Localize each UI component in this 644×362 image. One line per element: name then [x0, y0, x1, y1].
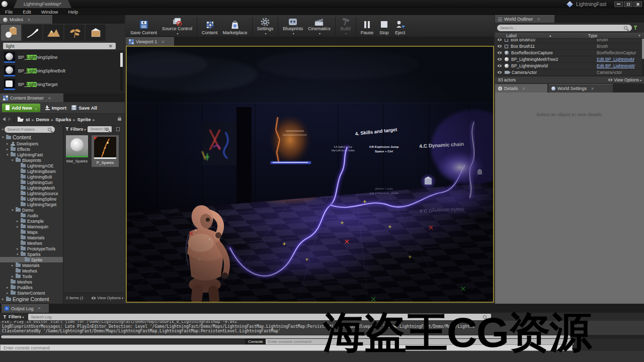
- view-options-button[interactable]: View Options: [614, 77, 641, 82]
- close-icon[interactable]: ✕: [38, 306, 41, 311]
- marketplace-button[interactable]: Marketplace: [220, 16, 250, 36]
- filters-button[interactable]: Filters: [70, 127, 86, 132]
- menu-edit[interactable]: Edit: [18, 9, 36, 15]
- outliner-search-input[interactable]: [497, 25, 632, 31]
- add-filter-icon[interactable]: [633, 26, 637, 30]
- save-all-button[interactable]: Save All: [71, 105, 97, 111]
- outliner-row-boxbrush10[interactable]: Box Brush10Brush: [495, 39, 644, 43]
- expand-arrow[interactable]: [2, 297, 6, 301]
- result-bp-lightningspline[interactable]: BP_LightningSpline: [0, 50, 125, 64]
- back-button[interactable]: [3, 117, 6, 121]
- viewport[interactable]: 4. Skills and target 4.A Lightning Gun U…: [126, 46, 494, 303]
- outliner-scrollbar[interactable]: [642, 39, 644, 76]
- asset-mat-sparks[interactable]: Mat_Sparks: [65, 135, 89, 163]
- tree-item-blueprints[interactable]: Blueprints: [0, 157, 63, 163]
- tab-world-settings[interactable]: World Settings ✕: [548, 84, 613, 93]
- visibility-eye-icon[interactable]: [498, 71, 502, 74]
- actor-label[interactable]: CameraActor: [512, 70, 594, 75]
- column-label[interactable]: Label: [506, 33, 517, 38]
- expand-arrow[interactable]: [17, 247, 21, 251]
- visibility-eye-icon[interactable]: [498, 39, 502, 41]
- mode-paint-button[interactable]: [22, 25, 42, 41]
- mode-place-button[interactable]: [1, 25, 21, 41]
- tree-item-lightningbolt[interactable]: LightningBolt: [0, 174, 63, 179]
- open-folder-icon[interactable]: [18, 117, 24, 122]
- minimize-button[interactable]: [614, 2, 623, 7]
- scrollbar[interactable]: [120, 52, 123, 91]
- eject-button[interactable]: Eject: [392, 16, 408, 36]
- actor-label[interactable]: BP_LightningWorld: [511, 63, 594, 68]
- expand-arrow[interactable]: [12, 208, 16, 212]
- tree-item-sprite[interactable]: Sprite: [0, 257, 63, 262]
- clear-search-icon[interactable]: ✕: [109, 44, 113, 49]
- search-folders-input[interactable]: [5, 126, 55, 133]
- expand-arrow[interactable]: [17, 252, 21, 256]
- outliner-row-bp-lightningmeshtree2[interactable]: BP_LightningMeshTree2Edit BP_LightningM: [495, 56, 644, 63]
- tree-item-mannequin[interactable]: Mannequin: [0, 224, 63, 229]
- expand-arrow[interactable]: [17, 225, 21, 229]
- close-icon[interactable]: ✕: [27, 18, 31, 22]
- visibility-eye-icon[interactable]: [498, 52, 502, 54]
- tree-item-lightningmesh[interactable]: LightningMesh: [0, 185, 63, 191]
- close-icon[interactable]: ✕: [48, 96, 51, 101]
- expand-arrow[interactable]: [17, 219, 21, 223]
- collapse-sources-icon[interactable]: ◂: [2, 127, 4, 131]
- tree-item-maps[interactable]: Maps: [0, 229, 63, 235]
- modes-search-input[interactable]: [3, 43, 116, 49]
- tree-item-lightningaoe[interactable]: LightningAOE: [0, 163, 63, 168]
- add-new-button[interactable]: Add New: [2, 104, 40, 112]
- expand-arrow[interactable]: [7, 291, 11, 295]
- outliner-row-boxreflectioncapture[interactable]: BoxReflectionCaptureBoxReflectionCaptur: [495, 50, 644, 56]
- outliner-row-cameraactor[interactable]: CameraActorCameraActor: [495, 69, 644, 76]
- tab-details[interactable]: i Details ✕: [495, 84, 547, 93]
- tree-item-lightninggun[interactable]: LightningGun: [0, 179, 63, 185]
- tree-item-prototypetools[interactable]: PrototypeTools: [0, 246, 63, 251]
- save-current-button[interactable]: Save Current: [128, 16, 159, 36]
- tab-content-browser[interactable]: Content Browser ✕: [0, 94, 63, 102]
- visibility-eye-icon[interactable]: [498, 65, 502, 67]
- actor-label[interactable]: BoxReflectionCapture: [511, 50, 594, 55]
- result-bp-lightningsplinebolt[interactable]: BP_LightningSplineBolt: [0, 64, 125, 77]
- tree-item-meshes2[interactable]: Meshes: [0, 268, 63, 274]
- mode-landscape-button[interactable]: [43, 25, 63, 41]
- tab-world-outliner[interactable]: World Outliner ✕: [495, 15, 554, 23]
- import-button[interactable]: Import: [45, 105, 67, 111]
- expand-arrow[interactable]: [12, 275, 16, 279]
- tree-item-lightningfast[interactable]: LightningFast: [0, 152, 63, 157]
- tree-item-materials[interactable]: Materials: [0, 235, 63, 240]
- edit-blueprint-link[interactable]: Edit BP_LightningM: [597, 57, 644, 62]
- breadcrumb-demo[interactable]: Demo: [36, 117, 55, 122]
- blueprints-button[interactable]: Blueprints: [280, 16, 305, 36]
- stop-button[interactable]: Stop: [376, 16, 392, 36]
- content-button[interactable]: Content: [199, 16, 220, 36]
- cinematics-button[interactable]: Cinematics: [305, 16, 333, 36]
- expand-arrow[interactable]: [2, 135, 6, 139]
- settings-button[interactable]: Settings: [255, 16, 276, 36]
- tree-item-puddles[interactable]: Puddles: [0, 285, 63, 290]
- outliner-row-boxbrush11[interactable]: Box Brush11Brush: [495, 43, 644, 50]
- tree-item-sparks[interactable]: Sparks: [0, 251, 63, 257]
- outliner-row-bp-lightningworld[interactable]: BP_LightningWorldEdit BP_LightningW: [495, 63, 644, 69]
- tree-item-lightningbeam[interactable]: LightningBeam: [0, 168, 63, 174]
- menu-file[interactable]: File: [0, 9, 18, 15]
- close-icon[interactable]: ✕: [591, 86, 594, 91]
- actor-label[interactable]: BP_LightningMeshTree2: [511, 57, 594, 62]
- source-control-button[interactable]: Source Control: [159, 16, 195, 36]
- close-icon[interactable]: ✕: [522, 86, 526, 91]
- column-type[interactable]: Type: [588, 33, 597, 38]
- type-filter-icon[interactable]: ▼: [638, 34, 641, 37]
- visibility-eye-icon[interactable]: [498, 58, 502, 61]
- actor-label[interactable]: Box Brush10: [511, 39, 594, 42]
- expand-arrow[interactable]: [7, 153, 11, 157]
- lock-icon[interactable]: [118, 118, 121, 121]
- tree-item-lightningtarget[interactable]: LightningTarget: [0, 202, 63, 207]
- breadcrumb-root[interactable]: st: [26, 117, 36, 122]
- tab-viewport[interactable]: Viewport 1 ✕: [126, 37, 174, 46]
- expand-arrow[interactable]: [12, 158, 16, 162]
- tree-item-tools[interactable]: Tools: [0, 274, 63, 279]
- tree-item-startercontent[interactable]: StarterContent: [0, 290, 63, 296]
- document-tab[interactable]: LightningFastMap*: [14, 0, 71, 8]
- tree-item-content[interactable]: Content: [0, 134, 63, 141]
- visibility-eye-icon[interactable]: [498, 45, 502, 48]
- expand-arrow[interactable]: [7, 286, 11, 290]
